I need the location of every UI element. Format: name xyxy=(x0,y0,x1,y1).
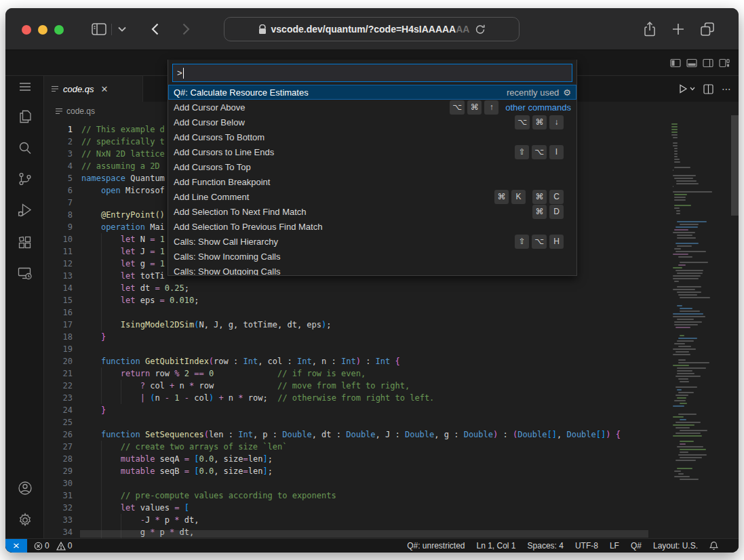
code-line-26[interactable]: 26 function SetSequences(len : Int, p : … xyxy=(44,428,668,441)
command-item[interactable]: Calls: Show Call Hierarchy⇧⌥H xyxy=(168,234,576,249)
command-item-label: Add Cursor Above xyxy=(174,102,246,113)
command-item[interactable]: Add Selection To Previous Find Match xyxy=(168,219,576,234)
activity-bar-menu[interactable] xyxy=(5,75,44,98)
code-token xyxy=(140,357,145,366)
tabs-overview-button[interactable] xyxy=(697,18,718,41)
code-token: ] xyxy=(262,466,267,476)
notifications-bell[interactable] xyxy=(709,541,718,551)
remote-indicator[interactable] xyxy=(5,539,27,553)
code-line-22[interactable]: 22 ? col + n * row // move from left to … xyxy=(44,380,668,392)
sidebar-toggle-button[interactable] xyxy=(87,18,111,41)
command-item[interactable]: Add Line Comment⌘K⌘C xyxy=(168,189,576,204)
code-line-18[interactable]: 18 } xyxy=(44,331,668,343)
toolbar-divider xyxy=(111,24,112,35)
code-line-31[interactable]: 31 // pre-compute values according to ex… xyxy=(44,489,668,502)
toggle-panel-icon[interactable] xyxy=(686,58,697,68)
tab-close-icon[interactable]: ✕ xyxy=(101,84,109,94)
command-item[interactable]: Add Cursors To Top xyxy=(168,159,576,174)
code-line-32[interactable]: 32 let values = [ xyxy=(44,502,668,514)
code-token: - xyxy=(140,515,145,525)
reload-icon[interactable] xyxy=(475,24,485,35)
activity-bar-source-control[interactable] xyxy=(5,167,44,191)
more-actions-icon[interactable]: ⋯ xyxy=(722,83,732,94)
close-window-button[interactable] xyxy=(22,25,31,35)
code-line-30[interactable]: 30 xyxy=(44,477,668,489)
status-item[interactable]: UTF-8 xyxy=(575,541,598,551)
keybinding-key: ⌘ xyxy=(532,115,547,129)
share-button[interactable] xyxy=(640,18,660,41)
code-line-23[interactable]: 23 | (n - 1 - col) + n * row; // otherwi… xyxy=(44,392,668,404)
line-number: 10 xyxy=(44,233,73,245)
code-line-16[interactable]: 16 xyxy=(44,306,668,319)
command-item[interactable]: Add Cursors to Line Ends⇧⌥I xyxy=(168,144,576,159)
code-line-20[interactable]: 20 function GetQubitIndex(row : Int, col… xyxy=(44,355,668,367)
code-token: % xyxy=(174,369,179,378)
command-item[interactable]: Q#: Calculate Resource Estimatesrecently… xyxy=(168,85,576,100)
code-line-19[interactable]: 19 xyxy=(44,343,668,355)
status-item[interactable]: Ln 1, Col 1 xyxy=(477,541,516,551)
command-item[interactable]: Add Selection To Next Find Match⌘D xyxy=(168,204,576,219)
code-line-29[interactable]: 29 mutable seqB = [0.0, size=len]; xyxy=(44,465,668,477)
configure-keybinding-icon[interactable]: ⚙ xyxy=(563,87,571,98)
tab-code-qs[interactable]: code.qs ✕ xyxy=(44,76,143,102)
code-line-17[interactable]: 17 IsingModel2DSim(N, J, g, totTime, dt,… xyxy=(44,319,668,331)
code-line-21[interactable]: 21 return row % 2 == 0 // if row is even… xyxy=(44,367,668,380)
code-text: operation Mai xyxy=(81,221,165,233)
activity-bar-settings[interactable] xyxy=(5,508,44,532)
command-palette: > Q#: Calculate Resource Estimatesrecent… xyxy=(168,60,577,276)
command-item[interactable]: Add Cursor Below⌥⌘↓ xyxy=(168,115,576,129)
activity-bar-run-debug[interactable] xyxy=(5,199,44,222)
command-input[interactable]: > xyxy=(172,64,572,82)
code-line-14[interactable]: 14 let dt = 0.25; xyxy=(44,282,668,294)
command-item[interactable]: Calls: Show Incoming Calls xyxy=(168,249,576,264)
warnings-status[interactable]: 0 xyxy=(56,541,73,551)
split-editor-icon[interactable] xyxy=(703,84,713,94)
other-commands-link[interactable]: other commands xyxy=(505,102,571,113)
command-item[interactable]: Calls: Show Outgoing Calls xyxy=(168,264,576,276)
run-button[interactable] xyxy=(678,84,695,94)
code-token: Double xyxy=(405,430,434,439)
code-token xyxy=(81,235,121,244)
horizontal-scrollbar[interactable] xyxy=(80,530,648,538)
code-line-24[interactable]: 24 } xyxy=(44,404,668,416)
vertical-scrollbar[interactable] xyxy=(731,115,739,216)
code-token: namespace xyxy=(81,174,125,183)
minimap[interactable] xyxy=(669,121,730,538)
command-item[interactable]: Add Cursor Above⌥⌘↑other commands xyxy=(168,100,576,115)
status-item[interactable]: Q# xyxy=(631,541,642,551)
command-item[interactable]: Add Cursors To Bottom xyxy=(168,129,576,144)
code-line-27[interactable]: 27 // create two arrays of size `len` xyxy=(44,441,668,453)
activity-bar-explorer[interactable] xyxy=(5,105,44,128)
activity-bar-extensions[interactable] xyxy=(5,231,44,254)
activity-bar-account[interactable] xyxy=(5,477,44,500)
back-button[interactable] xyxy=(145,18,164,41)
status-item[interactable]: Layout: U.S. xyxy=(653,541,698,551)
new-tab-button[interactable] xyxy=(668,18,688,41)
code-token xyxy=(81,186,101,195)
code-token xyxy=(81,393,140,403)
chevron-left-icon xyxy=(151,23,159,35)
code-line-33[interactable]: 33 -J * p * dt, xyxy=(44,514,668,526)
address-bar[interactable]: vscode.dev/quantum/?code=H4sIAAAAAAA xyxy=(224,17,520,41)
forward-button[interactable] xyxy=(176,18,195,41)
toggle-sidebar-left-icon[interactable] xyxy=(670,58,681,68)
code-line-15[interactable]: 15 let eps = 0.010; xyxy=(44,294,668,306)
minimap-line xyxy=(673,278,699,279)
status-item[interactable]: Q#: unrestricted xyxy=(407,541,465,551)
errors-status[interactable]: 0 xyxy=(34,541,50,551)
activity-bar-remote-explorer[interactable] xyxy=(5,262,44,285)
minimize-window-button[interactable] xyxy=(38,25,47,35)
toggle-sidebar-right-icon[interactable] xyxy=(703,58,713,68)
zoom-window-button[interactable] xyxy=(54,25,64,35)
command-item[interactable]: Add Function Breakpoint xyxy=(168,174,576,189)
code-token: : xyxy=(498,430,513,439)
customize-layout-icon[interactable] xyxy=(719,58,730,68)
line-number: 24 xyxy=(44,404,73,416)
activity-bar-search[interactable] xyxy=(5,136,44,159)
code-line-25[interactable]: 25 xyxy=(44,416,668,428)
status-item[interactable]: LF xyxy=(610,541,619,551)
code-token: = xyxy=(243,454,248,464)
code-line-28[interactable]: 28 mutable seqA = [0.0, size=len]; xyxy=(44,453,668,465)
status-item[interactable]: Spaces: 4 xyxy=(528,541,564,551)
tab-group-chevron-button[interactable] xyxy=(114,18,130,41)
